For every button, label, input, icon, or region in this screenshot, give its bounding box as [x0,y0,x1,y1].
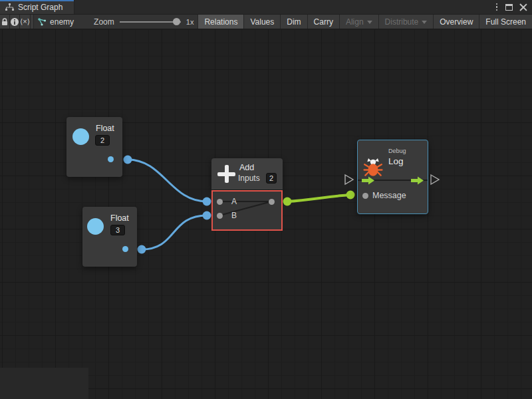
flow-output-arrow-icon[interactable] [411,176,424,185]
float-type-icon [72,128,89,145]
maximize-icon[interactable] [505,4,513,11]
wire-float2-to-a[interactable] [128,160,207,201]
dropdown-arrow-icon [422,21,427,24]
node-add[interactable]: Add Inputs 2 A B [211,158,283,231]
dropdown-arrow-icon [367,21,372,24]
add-icon [217,165,235,183]
carry-button[interactable]: Carry [307,15,339,29]
bug-icon [363,158,383,177]
breadcrumb-graph[interactable]: enemy [34,15,80,29]
float-value-field[interactable]: 2 [95,135,110,146]
node-float-3[interactable]: Float 3 [82,207,137,267]
flow-input-triangle-icon[interactable] [345,175,353,184]
node-title: Log [388,156,404,166]
zoom-value: 1x [186,18,194,26]
output-port[interactable] [122,246,128,252]
graph-name: enemy [50,17,74,27]
lock-icon [0,17,9,27]
tab-title: Script Graph [18,3,63,12]
relations-button[interactable]: Relations [198,15,243,29]
overview-button[interactable]: Overview [433,15,479,29]
add-node-ports-selected[interactable]: A B [211,190,283,231]
full-screen-button[interactable]: Full Screen [479,15,532,29]
values-button[interactable]: Values [243,15,280,29]
message-port-label: Message [372,191,406,200]
enemy-graph-icon [38,18,47,26]
wire-endpoint [138,245,146,254]
node-title: Float [110,213,129,223]
toolbar-buttons: Relations Values Dim Carry Align Distrib… [198,15,532,29]
code-view-button[interactable]: ⟨×⟩ [20,15,31,29]
port-a-label: A [231,197,237,206]
input-port-b[interactable] [217,213,223,219]
flow-output-triangle-icon[interactable] [431,175,439,184]
wire-endpoint [124,156,132,164]
info-button[interactable] [10,15,20,29]
graph-icon [5,3,14,11]
window-controls [495,0,532,14]
close-icon[interactable] [519,3,527,11]
zoom-label: Zoom [94,17,114,27]
zoom-slider[interactable] [120,18,181,26]
code-icon: ⟨×⟩ [20,17,30,26]
info-icon [10,17,19,27]
node-debug-log[interactable]: Debug Log Message [357,140,428,214]
node-title: Float [96,124,114,133]
flow-input-arrow-icon[interactable] [362,176,375,185]
inputs-label: Inputs [238,174,260,183]
zoom-control: Zoom 1x [94,15,198,29]
relation-lines [213,192,281,229]
align-dropdown[interactable]: Align [339,15,378,29]
lock-button[interactable] [0,15,10,29]
float-value-field[interactable]: 3 [110,225,125,235]
zoom-slider-handle[interactable] [173,18,180,25]
wire-endpoint [203,198,211,206]
output-port[interactable] [108,156,114,162]
graph-canvas[interactable]: Float 2 Float 3 Add Inputs 2 [0,29,532,399]
window-menu-icon[interactable] [495,2,499,13]
graph-toolbar: ⟨×⟩ enemy Zoom 1x Relations [0,15,532,29]
tab-script-graph[interactable]: Script Graph [0,0,74,14]
inputs-count-field[interactable]: 2 [266,173,277,184]
add-node-header[interactable]: Add Inputs 2 [211,158,283,190]
script-graph-window: Script Graph ⟨×⟩ [0,0,532,399]
wire-endpoint [346,191,355,200]
dim-button[interactable]: Dim [280,15,307,29]
zoom-slider-track [120,21,181,23]
node-title: Add [239,163,254,172]
wire-float3-to-b[interactable] [142,215,207,249]
message-input-port[interactable] [362,193,368,199]
node-float-2[interactable]: Float 2 [66,117,122,177]
output-port-sum[interactable] [269,199,275,205]
canvas-corner-fragment [0,368,88,399]
wire-endpoint [283,198,292,206]
input-port-a[interactable] [217,199,223,205]
port-b-label: B [231,211,237,220]
distribute-dropdown[interactable]: Distribute [378,15,434,29]
node-category: Debug [388,148,406,154]
wire-endpoint [203,211,211,220]
tab-bar: Script Graph [0,0,532,15]
wire-add-to-log[interactable] [287,195,350,201]
float-type-icon [87,218,104,235]
